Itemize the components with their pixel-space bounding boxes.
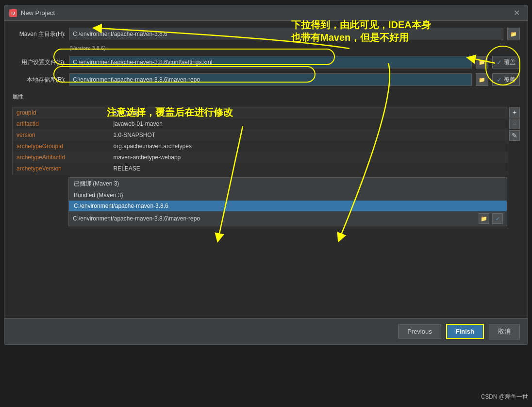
bottom-bar: Previous Finish 取消	[4, 318, 528, 344]
cancel-button[interactable]: 取消	[489, 324, 520, 339]
properties-area: groupIdcom.yangartifactIdjavaweb-01-mave…	[12, 107, 520, 226]
property-value: org.apache.maven.archetypes	[110, 141, 507, 152]
property-value: 1.0-SNAPSHOT	[110, 130, 507, 141]
table-row: groupIdcom.yang	[13, 107, 507, 119]
dropdown-item-3-row: 📁 ✓	[69, 211, 507, 226]
properties-wrap: groupIdcom.yangartifactIdjavaweb-01-mave…	[12, 107, 507, 226]
maven-home-browse-button[interactable]: 📁	[507, 28, 520, 40]
user-settings-row: 用户设置文件(S): 📁 ✓ 覆盖	[12, 56, 520, 68]
maven-home-input[interactable]	[69, 28, 503, 40]
dropdown-item-2[interactable]: C:/environment/apache-maven-3.8.6	[69, 201, 507, 211]
maven-home-label: Maven 主目录(H):	[12, 30, 66, 38]
finish-button[interactable]: Finish	[446, 324, 484, 339]
app-icon: IJ	[9, 9, 17, 17]
property-key: archetypeGroupId	[13, 141, 110, 152]
dialog-title: New Project	[21, 9, 511, 17]
local-repo-override-button[interactable]: ✓ 覆盖	[492, 73, 520, 86]
watermark: CSDN @爱鱼一世	[481, 393, 528, 401]
title-bar: IJ New Project ✕	[4, 5, 528, 21]
local-repo-browse-button[interactable]: 📁	[476, 73, 488, 86]
local-repo-check-icon: ✓	[497, 76, 502, 84]
dialog-content: Maven 主目录(H): 📁 (Version: 3.8.6) 用户设置文件(…	[4, 21, 528, 318]
dropdown-item-3-input[interactable]	[73, 215, 476, 222]
property-key: version	[13, 130, 110, 141]
close-button[interactable]: ✕	[511, 7, 523, 18]
user-settings-override-button[interactable]: ✓ 覆盖	[492, 56, 520, 68]
local-repo-row: 本地存储库(R): 📁 ✓ 覆盖	[12, 73, 520, 86]
maven-home-row: Maven 主目录(H): 📁	[12, 28, 520, 40]
new-project-dialog: IJ New Project ✕ Maven 主目录(H): 📁 (Versio…	[4, 5, 528, 345]
remove-property-button[interactable]: −	[509, 119, 520, 129]
previous-button[interactable]: Previous	[398, 324, 441, 339]
properties-heading: 属性	[12, 93, 520, 101]
property-value: maven-archetype-webapp	[110, 152, 507, 163]
property-key: archetypeArtifactId	[13, 152, 110, 163]
table-row: artifactIdjavaweb-01-maven	[13, 119, 507, 130]
user-settings-browse-button[interactable]: 📁	[476, 56, 488, 68]
dropdown-item-3-check[interactable]: ✓	[492, 213, 503, 224]
property-key: artifactId	[13, 119, 110, 130]
maven-version-label: (Version: 3.8.6)	[69, 45, 520, 51]
property-key: archetypeVersion	[13, 163, 110, 174]
table-row: archetypeGroupIdorg.apache.maven.archety…	[13, 141, 507, 152]
add-property-button[interactable]: +	[509, 107, 520, 118]
property-value: com.yang	[110, 107, 507, 119]
property-value: javaweb-01-maven	[110, 119, 507, 130]
user-settings-input[interactable]	[69, 56, 472, 68]
local-repo-label: 本地存储库(R):	[12, 76, 66, 84]
local-repo-input[interactable]	[69, 73, 472, 86]
dropdown-item-0[interactable]: 已捆绑 (Maven 3)	[69, 178, 507, 190]
properties-table: groupIdcom.yangartifactIdjavaweb-01-mave…	[12, 107, 507, 174]
dropdown-item-1[interactable]: Bundled (Maven 3)	[69, 190, 507, 201]
maven-dropdown-list: 已捆绑 (Maven 3) Bundled (Maven 3) C:/envir…	[68, 177, 507, 226]
dropdown-item-3-browse[interactable]: 📁	[479, 213, 489, 224]
property-key: groupId	[13, 107, 110, 119]
property-value: RELEASE	[110, 163, 507, 174]
table-row: archetypeArtifactIdmaven-archetype-webap…	[13, 152, 507, 163]
table-row: archetypeVersionRELEASE	[13, 163, 507, 174]
properties-side-buttons: + − ✎	[509, 107, 520, 141]
user-settings-label: 用户设置文件(S):	[12, 58, 66, 67]
edit-property-button[interactable]: ✎	[509, 130, 520, 141]
table-row: version1.0-SNAPSHOT	[13, 130, 507, 141]
user-settings-check-icon: ✓	[497, 59, 502, 66]
